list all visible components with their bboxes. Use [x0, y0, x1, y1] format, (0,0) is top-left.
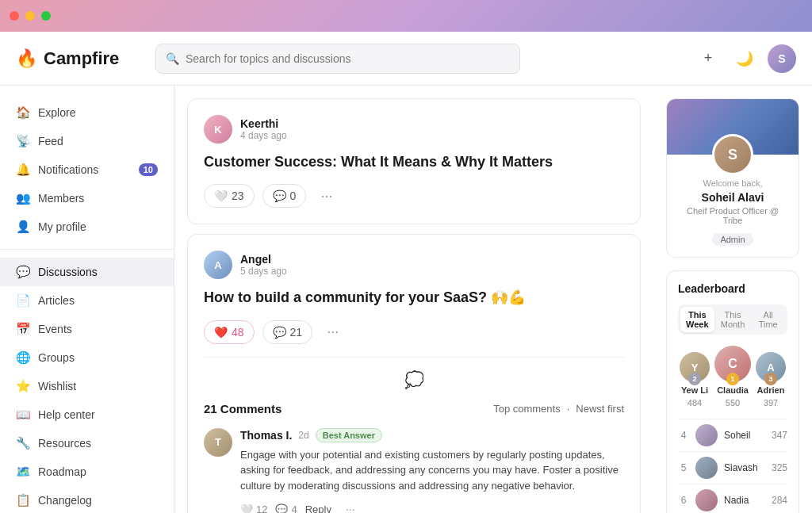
sidebar-item-roadmap[interactable]: 🗺️ Roadmap [0, 457, 174, 486]
lb-score-siavash: 325 [772, 462, 787, 473]
comment1-like-button[interactable]: 🤍 12 [240, 503, 267, 513]
comment1-reply-button[interactable]: Reply [305, 503, 331, 513]
post1-like-button[interactable]: 🤍 23 [204, 184, 255, 208]
maximize-button[interactable] [41, 11, 51, 21]
add-button[interactable]: + [695, 45, 722, 72]
post-card-2: A Angel 5 days ago How to build a commun… [187, 234, 641, 513]
comment-icon-c1: 💬 [275, 503, 288, 513]
lb-tab-alltime[interactable]: All Time [751, 307, 785, 332]
lb-tab-thismonth[interactable]: This Month [716, 307, 750, 332]
lb-row-4: 4 Soheil 347 [678, 419, 787, 451]
lb-score-nadia: 284 [772, 495, 787, 506]
body: 🏠 Explore 📡 Feed 🔔 Notifications 10 👥 Me… [0, 86, 812, 513]
lb-rank-5: 5 [678, 462, 689, 473]
sidebar-item-notifications[interactable]: 🔔 Notifications 10 [0, 155, 174, 184]
lb-score-yewli: 484 [688, 398, 702, 408]
user-avatar[interactable]: S [768, 44, 796, 73]
close-button[interactable] [10, 11, 19, 21]
post2-comment-button[interactable]: 💬 21 [262, 320, 313, 344]
sidebar-label-myprofile: My profile [38, 220, 86, 233]
comment1-likes: 12 [256, 503, 267, 513]
bell-icon: 🔔 [16, 163, 30, 177]
post2-more-button[interactable]: ··· [320, 320, 345, 343]
sidebar-item-explore[interactable]: 🏠 Explore [0, 98, 174, 127]
sidebar-label-changelog: Changelog [38, 494, 92, 507]
sidebar-item-resources[interactable]: 🔧 Resources [0, 429, 174, 457]
profile-banner: S [667, 99, 799, 155]
search-bar[interactable]: 🔍 [155, 44, 520, 74]
lb-avatar-nadia [695, 489, 718, 511]
sidebar-label-roadmap: Roadmap [38, 465, 86, 478]
profile-welcome: Welcome back, [676, 178, 789, 188]
rank1-badge: 1 [726, 373, 739, 385]
lb-user-3rd: A 3 Adrien 397 [756, 352, 786, 408]
sidebar-item-discussions[interactable]: 💬 Discussions [0, 258, 174, 286]
sidebar-label-events: Events [38, 323, 72, 335]
lb-name-yewli: Yew Li [681, 385, 708, 395]
post1-avatar: K [204, 115, 232, 144]
lb-name-soheil: Soheil [724, 430, 765, 441]
post2-likes-count: 48 [232, 326, 244, 339]
globe-icon: 🌐 [16, 350, 30, 365]
sidebar-label-discussions: Discussions [38, 266, 98, 278]
post2-actions: ❤️ 48 💬 21 ··· [204, 320, 624, 344]
lb-rank-6: 6 [678, 495, 689, 506]
titlebar [0, 0, 812, 32]
heart-filled-icon: ❤️ [214, 326, 228, 339]
sidebar-label-groups: Groups [38, 351, 75, 364]
minimize-button[interactable] [25, 11, 35, 21]
post1-time: 4 days ago [240, 130, 287, 141]
sidebar-item-helpcenter[interactable]: 📖 Help center [0, 400, 174, 429]
comments-sort: Top comments · Newst first [493, 403, 624, 415]
lb-row-5: 5 Siavash 325 [678, 451, 787, 484]
header-right: + 🌙 S [695, 44, 796, 73]
sidebar-label-wishlist: Wishlist [38, 380, 76, 392]
post1-comment-button[interactable]: 💬 0 [262, 184, 307, 208]
sort-top-label[interactable]: Top comments [493, 403, 561, 415]
post1-actions: 🤍 23 💬 0 ··· [204, 184, 624, 208]
profile-avatar: S [712, 134, 753, 175]
post2-header: A Angel 5 days ago [204, 251, 624, 279]
message-icon: 💬 [16, 265, 30, 279]
comments-section: 💭 21 Comments Top comments · Newst first… [204, 357, 624, 513]
dark-mode-button[interactable]: 🌙 [731, 45, 758, 72]
users-icon: 👥 [16, 191, 30, 205]
post2-like-button[interactable]: ❤️ 48 [204, 320, 255, 344]
sidebar-label-explore: Explore [38, 106, 75, 119]
sort-sep: · [567, 403, 570, 415]
lb-avatar-yewli: Y 2 [680, 352, 710, 382]
lb-row-6: 6 Nadia 284 [678, 484, 787, 513]
sidebar-label-feed: Feed [38, 135, 63, 147]
search-input[interactable] [186, 52, 510, 65]
lb-tab-thisweek[interactable]: This Week [680, 307, 714, 332]
map-icon: 🗺️ [16, 465, 30, 479]
leaderboard-title: Leaderboard [678, 282, 787, 295]
post2-avatar: A [204, 251, 232, 279]
home-icon: 🏠 [16, 105, 30, 120]
comment1-more-button[interactable]: ··· [339, 500, 362, 513]
comment1-text: Engage with your potential and existing … [240, 447, 624, 494]
sidebar-item-feed[interactable]: 📡 Feed [0, 127, 174, 155]
post1-comments-count: 0 [290, 190, 297, 202]
heart-icon: 🤍 [214, 190, 228, 202]
comment1-reply-count-button[interactable]: 💬 4 [275, 503, 297, 513]
lb-user-1st: C 1 Claudia 550 [714, 346, 751, 408]
sidebar-label-resources: Resources [38, 437, 91, 450]
sidebar-item-myprofile[interactable]: 👤 My profile [0, 212, 174, 241]
star-icon: ⭐ [16, 379, 30, 393]
sort-newst-label[interactable]: Newst first [576, 403, 624, 415]
comment-icon2: 💬 [273, 326, 286, 339]
sidebar-item-events[interactable]: 📅 Events [0, 315, 174, 343]
lb-name-claudia: Claudia [717, 385, 749, 395]
leaderboard-top3: Y 2 Yew Li 484 C 1 Claudia 550 [678, 346, 787, 408]
post1-more-button[interactable]: ··· [314, 185, 339, 208]
notifications-badge: 10 [139, 163, 158, 176]
logo-text: Campfire [44, 48, 119, 69]
sidebar-item-wishlist[interactable]: ⭐ Wishlist [0, 372, 174, 400]
sidebar-item-groups[interactable]: 🌐 Groups [0, 343, 174, 372]
sidebar-item-changelog[interactable]: 📋 Changelog [0, 486, 174, 513]
file-icon: 📄 [16, 293, 30, 308]
search-icon: 🔍 [166, 52, 179, 65]
sidebar-item-members[interactable]: 👥 Members [0, 184, 174, 212]
sidebar-item-articles[interactable]: 📄 Articles [0, 286, 174, 315]
